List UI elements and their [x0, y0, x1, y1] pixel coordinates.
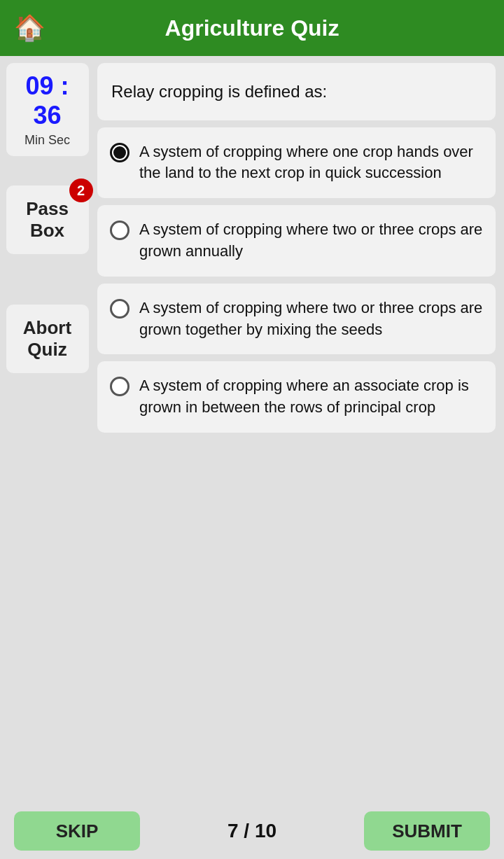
question-text: Relay cropping is defined as: — [111, 82, 327, 101]
timer-colon: : — [61, 71, 69, 100]
timer-label: Min Sec — [12, 133, 83, 148]
radio-option-3[interactable] — [110, 299, 130, 319]
option-4[interactable]: A system of cropping where an associate … — [97, 361, 496, 433]
option-2-text: A system of cropping where two or three … — [139, 219, 483, 263]
radio-option-4[interactable] — [110, 377, 130, 396]
timer-value: 09 : 36 — [12, 71, 83, 130]
main-content: 09 : 36 Min Sec PassBox 2 AbortQuiz Rela… — [0, 56, 504, 803]
sidebar: 09 : 36 Min Sec PassBox 2 AbortQuiz — [0, 56, 94, 803]
option-2[interactable]: A system of cropping where two or three … — [97, 205, 496, 277]
option-1-text: A system of cropping where one crop hand… — [139, 141, 483, 185]
radio-option-2[interactable] — [110, 221, 130, 240]
timer-box: 09 : 36 Min Sec — [6, 63, 89, 156]
radio-option-1[interactable] — [110, 143, 130, 162]
option-1[interactable]: A system of cropping where one crop hand… — [97, 127, 496, 199]
home-icon[interactable]: 🏠 — [14, 13, 46, 43]
option-3[interactable]: A system of cropping where two or three … — [97, 284, 496, 355]
app-header: 🏠 Agriculture Quiz — [0, 0, 504, 56]
page-title: Agriculture Quiz — [165, 15, 340, 41]
bottom-bar: SKIP 7 / 10 SUBMIT — [0, 803, 504, 859]
pass-box-label: PassBox — [26, 198, 69, 241]
skip-button[interactable]: SKIP — [14, 811, 140, 851]
progress-label: 7 / 10 — [227, 820, 276, 842]
abort-quiz-label: AbortQuiz — [23, 317, 71, 360]
question-card: Relay cropping is defined as: — [97, 63, 496, 120]
pass-box-button[interactable]: PassBox 2 — [6, 186, 89, 254]
timer-seconds: 36 — [33, 101, 61, 130]
submit-button[interactable]: SUBMIT — [364, 811, 490, 851]
option-3-text: A system of cropping where two or three … — [139, 298, 483, 341]
radio-inner-1 — [113, 146, 126, 159]
pass-box-badge: 2 — [69, 179, 93, 202]
abort-quiz-button[interactable]: AbortQuiz — [6, 305, 89, 373]
timer-minutes: 09 — [25, 71, 53, 100]
questions-area: Relay cropping is defined as: A system o… — [94, 56, 504, 803]
option-4-text: A system of cropping where an associate … — [139, 375, 483, 419]
